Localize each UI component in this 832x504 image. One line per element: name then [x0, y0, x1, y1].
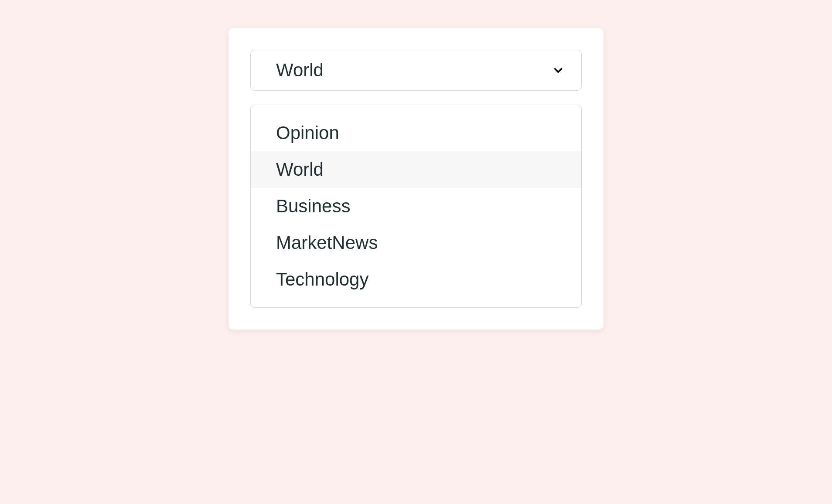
dropdown-trigger[interactable]: World: [250, 50, 582, 91]
dropdown-option-technology[interactable]: Technology: [251, 261, 581, 298]
dropdown-selected-label: World: [276, 60, 324, 81]
dropdown-option-world[interactable]: World: [251, 151, 581, 188]
dropdown-list: Opinion World Business MarketNews Techno…: [250, 105, 582, 308]
dropdown-option-business[interactable]: Business: [251, 188, 581, 225]
dropdown-option-marketnews[interactable]: MarketNews: [251, 225, 581, 261]
dropdown-card: World Opinion World Business MarketNews …: [228, 28, 604, 330]
dropdown-option-opinion[interactable]: Opinion: [251, 115, 581, 151]
chevron-down-icon: [551, 63, 566, 78]
